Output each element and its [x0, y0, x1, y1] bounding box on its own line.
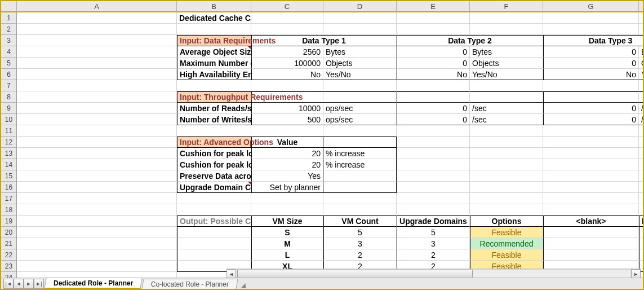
cell-G8[interactable] — [543, 91, 639, 103]
cell-B20[interactable] — [177, 227, 251, 238]
row-header-13[interactable]: 13 — [1, 148, 17, 159]
scroll-thumb[interactable] — [237, 270, 473, 278]
cell-G18[interactable] — [543, 204, 639, 216]
cell-G13[interactable] — [543, 148, 639, 159]
row-header-1[interactable]: 1 — [1, 12, 17, 24]
cell-F9[interactable]: /sec — [470, 103, 543, 114]
tab-nav-next[interactable]: ► — [24, 279, 34, 289]
cell-E13[interactable] — [397, 148, 470, 159]
cell-G21[interactable] — [543, 238, 639, 249]
cell-D19[interactable]: VM Count — [323, 216, 397, 227]
tab-nav-last[interactable]: ►| — [34, 279, 44, 289]
cell-B22[interactable] — [177, 249, 251, 261]
cell-H7[interactable] — [639, 80, 644, 91]
cell-A6[interactable] — [17, 69, 177, 80]
cell-C1[interactable] — [251, 12, 323, 24]
cell-F8[interactable] — [470, 91, 543, 103]
cell-A2[interactable] — [17, 24, 177, 35]
cell-C5[interactable]: 100000 — [251, 58, 323, 69]
cell-C20[interactable]: S — [251, 227, 323, 238]
cell-D1[interactable] — [323, 12, 397, 24]
cell-A7[interactable] — [17, 80, 177, 91]
option-feasible[interactable]: Feasible — [470, 227, 543, 238]
cell-F11[interactable] — [470, 125, 543, 137]
cell-D7[interactable] — [323, 80, 397, 91]
cell-A20[interactable] — [17, 227, 177, 238]
section-advanced[interactable]: Input: Advanced Options — [177, 137, 251, 148]
cell-G4[interactable]: 0 — [543, 46, 639, 58]
cell-A4[interactable] — [17, 46, 177, 58]
cell-C9[interactable]: 10000 — [251, 103, 323, 114]
cell-A17[interactable] — [17, 193, 177, 204]
cell-H6[interactable]: Yes/No — [639, 69, 644, 80]
cell-B15[interactable]: Preserve Data across Azure Updates — [177, 170, 251, 182]
cell-F7[interactable] — [470, 80, 543, 91]
row-header-19[interactable]: 19 — [1, 216, 17, 227]
cell-F17[interactable] — [470, 193, 543, 204]
cell-A19[interactable] — [17, 216, 177, 227]
cell-A11[interactable] — [17, 125, 177, 137]
row-header-22[interactable]: 22 — [1, 249, 17, 261]
cell-A13[interactable] — [17, 148, 177, 159]
cell-G7[interactable] — [543, 80, 639, 91]
cell-A18[interactable] — [17, 204, 177, 216]
data-type-header-2[interactable]: Data Type 2 — [397, 35, 543, 46]
cell-G17[interactable] — [543, 193, 639, 204]
cell-C21[interactable]: M — [251, 238, 323, 249]
cell-E5[interactable]: 0 — [397, 58, 470, 69]
column-header-E[interactable]: E — [397, 1, 470, 12]
cell-B2[interactable] — [177, 24, 251, 35]
column-header-H[interactable]: H — [639, 1, 644, 12]
option-feasible[interactable]: Feasible — [470, 249, 543, 261]
cell-H11[interactable] — [639, 125, 644, 137]
cell-G19[interactable]: <blank> — [543, 216, 639, 227]
cell-F18[interactable] — [470, 204, 543, 216]
cell-H13[interactable] — [639, 148, 644, 159]
cell-E17[interactable] — [397, 193, 470, 204]
cell-H20[interactable] — [639, 227, 644, 238]
cell-A5[interactable] — [17, 58, 177, 69]
row-header-23[interactable]: 23 — [1, 261, 17, 272]
cell-D17[interactable] — [323, 193, 397, 204]
cell-C11[interactable] — [251, 125, 323, 137]
cell-G20[interactable] — [543, 227, 639, 238]
cell-C6[interactable]: No — [251, 69, 323, 80]
cell-G16[interactable] — [543, 182, 639, 193]
cell-F13[interactable] — [470, 148, 543, 159]
cell-E2[interactable] — [397, 24, 470, 35]
cell-D16[interactable] — [323, 182, 397, 193]
cell-E9[interactable]: 0 — [397, 103, 470, 114]
cell-D21[interactable]: 3 — [323, 238, 397, 249]
cell-E1[interactable] — [397, 12, 470, 24]
cell-D14[interactable]: % increase — [323, 159, 397, 170]
cell-E14[interactable] — [397, 159, 470, 170]
column-header-F[interactable]: F — [470, 1, 543, 12]
cell-B21[interactable] — [177, 238, 251, 249]
section-data-requirements[interactable]: Input: Data Requirements — [177, 35, 251, 46]
cell-G5[interactable]: 0 — [543, 58, 639, 69]
label-high-availability-enabled[interactable]: High Availability Enabled — [177, 69, 251, 80]
cell-D13[interactable]: % increase — [323, 148, 397, 159]
cell-A16[interactable] — [17, 182, 177, 193]
cell-F14[interactable] — [470, 159, 543, 170]
row-header-2[interactable]: 2 — [1, 24, 17, 35]
cell-A23[interactable] — [17, 261, 177, 272]
cell-B16[interactable]: Upgrade Domain Count — [177, 182, 251, 193]
cell-A21[interactable] — [17, 238, 177, 249]
cell-E19[interactable]: Upgrade Domains — [397, 216, 470, 227]
cell-H19[interactable]: Message — [639, 216, 644, 227]
row-header-14[interactable]: 14 — [1, 159, 17, 170]
cell-F12[interactable] — [470, 137, 543, 148]
cell-G6[interactable]: No — [543, 69, 639, 80]
data-type-header-3[interactable]: Data Type 3 — [543, 35, 644, 46]
cell-H12[interactable] — [639, 137, 644, 148]
cell-D6[interactable]: Yes/No — [323, 69, 397, 80]
cell-D18[interactable] — [323, 204, 397, 216]
cell-E7[interactable] — [397, 80, 470, 91]
cell-C4[interactable]: 2560 — [251, 46, 323, 58]
cell-A12[interactable] — [17, 137, 177, 148]
cell-D20[interactable]: 5 — [323, 227, 397, 238]
cell-D5[interactable]: Objects — [323, 58, 397, 69]
row-header-5[interactable]: 5 — [1, 58, 17, 69]
cell-G22[interactable] — [543, 249, 639, 261]
